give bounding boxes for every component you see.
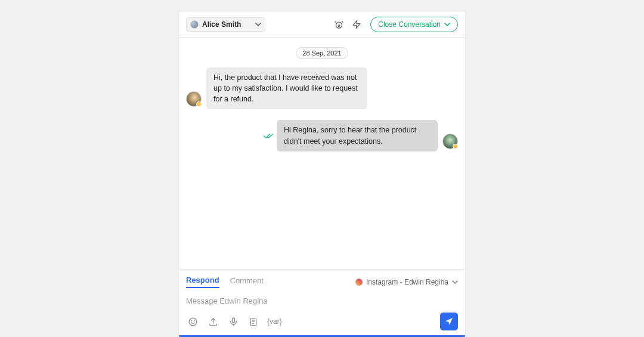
message-row: Hi Regina, sorry to hear that the produc… xyxy=(186,120,458,151)
channel-selector[interactable]: Instagram - Edwin Regina xyxy=(355,278,458,286)
send-button[interactable] xyxy=(440,313,458,330)
chevron-down-icon xyxy=(255,21,261,27)
conversation-panel: Alice Smith Close Conversation 28 Sep, 2… xyxy=(179,12,465,337)
variable-icon[interactable]: {var} xyxy=(267,317,282,326)
assignee-dropdown[interactable]: Alice Smith xyxy=(186,17,265,32)
svg-rect-5 xyxy=(232,318,234,323)
composer-tabs: Respond Comment Instagram - Edwin Regina xyxy=(186,276,458,288)
chevron-down-icon xyxy=(452,279,458,285)
chevron-down-icon xyxy=(444,21,450,27)
message-bubble: Hi, the product that I have received was… xyxy=(206,67,367,109)
close-conversation-label: Close Conversation xyxy=(378,20,441,29)
message-input[interactable] xyxy=(186,296,458,305)
snooze-icon[interactable] xyxy=(332,17,346,32)
message-row: Hi, the product that I have received was… xyxy=(186,67,458,109)
svg-point-4 xyxy=(194,320,194,321)
microphone-icon[interactable] xyxy=(227,315,240,328)
upload-icon[interactable] xyxy=(206,315,219,328)
agent-avatar xyxy=(442,134,458,149)
channel-label: Instagram - Edwin Regina xyxy=(366,278,448,286)
svg-marker-1 xyxy=(353,20,360,28)
message-thread: 28 Sep, 2021 Hi, the product that I have… xyxy=(179,38,465,269)
date-separator: 28 Sep, 2021 xyxy=(296,47,348,59)
svg-point-3 xyxy=(191,320,192,321)
composer-toolbar: {var} xyxy=(186,313,458,330)
close-conversation-button[interactable]: Close Conversation xyxy=(370,17,458,32)
bolt-icon[interactable] xyxy=(349,17,364,32)
message-bubble: Hi Regina, sorry to hear that the produc… xyxy=(277,120,438,151)
tab-comment[interactable]: Comment xyxy=(230,276,264,287)
conversation-header: Alice Smith Close Conversation xyxy=(179,12,465,38)
svg-point-2 xyxy=(189,318,197,326)
composer: Respond Comment Instagram - Edwin Regina xyxy=(179,269,465,337)
assignee-avatar xyxy=(190,20,199,29)
contact-avatar xyxy=(186,91,202,107)
read-receipt-icon xyxy=(264,132,273,140)
tab-respond[interactable]: Respond xyxy=(186,276,219,288)
emoji-icon[interactable] xyxy=(186,315,199,328)
assignee-name: Alice Smith xyxy=(202,20,241,29)
template-icon[interactable] xyxy=(247,315,260,328)
instagram-icon xyxy=(355,279,363,286)
